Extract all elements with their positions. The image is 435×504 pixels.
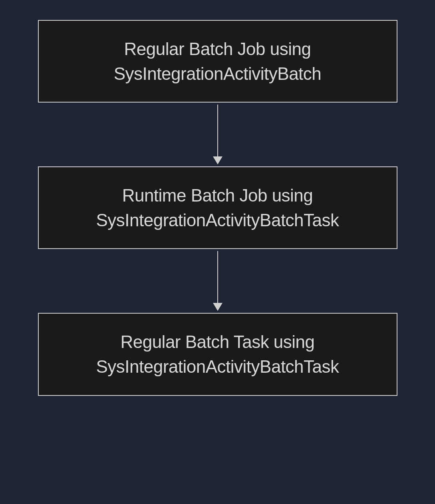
node-1-line1: Regular Batch Job using xyxy=(124,39,311,59)
arrow-2-line xyxy=(217,251,218,303)
arrow-down-icon xyxy=(213,303,222,311)
node-1-line2: SysIntegrationActivityBatch xyxy=(114,64,322,83)
node-3-line2: SysIntegrationActivityBatchTask xyxy=(96,357,339,376)
arrow-1-line xyxy=(217,105,218,156)
node-2-line1: Runtime Batch Job using xyxy=(122,186,313,205)
node-3-line1: Regular Batch Task using xyxy=(120,332,314,352)
diagram-node-2: Runtime Batch Job using SysIntegrationAc… xyxy=(38,166,397,249)
diagram-node-1: Regular Batch Job using SysIntegrationAc… xyxy=(38,20,397,103)
node-1-text: Regular Batch Job using SysIntegrationAc… xyxy=(114,37,322,86)
arrow-2 xyxy=(213,249,222,313)
node-2-text: Runtime Batch Job using SysIntegrationAc… xyxy=(96,183,339,232)
arrow-1 xyxy=(213,103,222,166)
node-2-line2: SysIntegrationActivityBatchTask xyxy=(96,210,339,230)
arrow-down-icon xyxy=(213,156,222,164)
diagram-node-3: Regular Batch Task using SysIntegrationA… xyxy=(38,313,397,395)
node-3-text: Regular Batch Task using SysIntegrationA… xyxy=(96,330,339,379)
